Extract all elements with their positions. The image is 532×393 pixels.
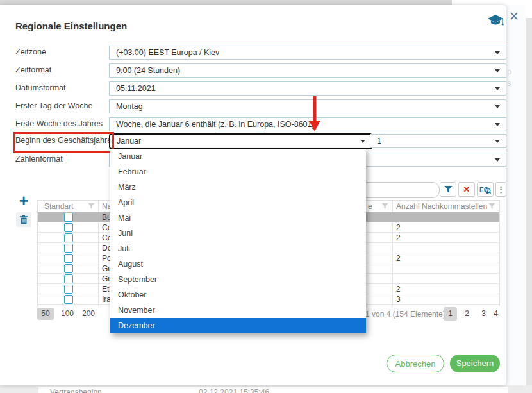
month-option[interactable]: Januar	[110, 149, 366, 164]
col-header-clipped[interactable]: e	[368, 202, 372, 211]
field-label-zeitformat: Zeitformat	[15, 65, 51, 74]
background-text-fragment: p	[507, 67, 511, 76]
row-checkbox[interactable]	[64, 254, 73, 263]
row-decimals: 2	[396, 223, 401, 232]
page-button-4[interactable]: 4	[489, 307, 503, 321]
month-option[interactable]: September	[110, 272, 366, 287]
row-decimals: 2	[396, 285, 401, 294]
row-checkbox[interactable]	[64, 274, 73, 283]
red-annotation-box	[13, 132, 114, 153]
zeitzone-value: (+03:00) EEST Europa / Kiev	[116, 48, 219, 57]
row-decimals: 2	[396, 233, 401, 242]
chevron-down-icon	[495, 51, 500, 54]
datumsformat-select[interactable]: 05.11.2021	[109, 81, 506, 96]
month-option[interactable]: Oktober	[110, 287, 366, 303]
column-filter-icon[interactable]	[488, 203, 495, 210]
apply-filter-button[interactable]	[440, 182, 456, 197]
zeitformat-select[interactable]: 9:00 (24 Stunden)	[109, 63, 506, 78]
cancel-button[interactable]: Abbrechen	[387, 355, 444, 372]
month-option[interactable]: Juni	[110, 226, 366, 241]
zeitformat-value: 9:00 (24 Stunden)	[116, 66, 180, 75]
row-decimals: 3	[396, 295, 401, 304]
row-checkbox[interactable]	[64, 244, 73, 253]
datumsformat-value: 05.11.2021	[116, 84, 156, 93]
dialog-title: Regionale Einstellungen	[15, 21, 127, 31]
month-option[interactable]: März	[110, 180, 366, 195]
filter-builder-button[interactable]: EQ	[477, 182, 494, 197]
month-option[interactable]: August	[110, 256, 366, 272]
modal-backdrop: p s	[506, 5, 526, 385]
table-menu-button[interactable]: ⋮	[495, 182, 506, 197]
filter-funnel-icon	[444, 185, 453, 194]
month-option[interactable]: Mai	[110, 210, 366, 226]
page-scrollbar[interactable]	[526, 18, 532, 393]
column-filter-icon[interactable]	[381, 203, 388, 210]
clear-filter-x-icon: ✕	[463, 185, 470, 194]
field-label-erster-tag: Erster Tag der Woche	[15, 101, 92, 110]
filter-builder-eq-icon: EQ	[479, 185, 491, 194]
fiscal-day-value: 1	[377, 137, 381, 146]
page-size-50[interactable]: 50	[37, 308, 54, 320]
chevron-down-icon	[495, 140, 500, 143]
column-filter-icon[interactable]	[88, 203, 95, 210]
row-checkbox[interactable]	[64, 233, 73, 242]
erste-woche-value: Woche, die Januar 6 enthält (z. B. in Eu…	[116, 120, 315, 129]
col-header-standart[interactable]: Standart	[44, 202, 73, 211]
plus-icon: +	[19, 192, 29, 210]
month-option[interactable]: Februar	[110, 164, 366, 180]
field-label-datumsformat: Datumsformat	[15, 83, 66, 92]
col-header-decimals[interactable]: Anzahl Nachkommastellen	[396, 202, 487, 211]
background-row-value: 02.12.2021 15:35:46	[199, 388, 269, 393]
page-button-1[interactable]: 1	[444, 307, 457, 321]
row-decimals: 2	[396, 254, 401, 263]
fiscal-month-value: Januar	[117, 137, 141, 146]
page-size-200[interactable]: 200	[79, 308, 98, 320]
delete-row-button[interactable]	[16, 212, 31, 227]
erster-tag-value: Montag	[116, 102, 143, 111]
row-checkbox[interactable]	[64, 285, 73, 294]
row-checkbox[interactable]	[64, 306, 73, 306]
background-text-fragment: s	[507, 78, 511, 88]
chevron-down-icon	[360, 140, 365, 143]
page-button-2[interactable]: 2	[460, 307, 474, 321]
field-label-zeitzone: Zeitzone	[15, 47, 46, 56]
page-size-100[interactable]: 100	[58, 308, 77, 320]
month-option[interactable]: November	[110, 303, 366, 318]
row-checkbox[interactable]	[64, 295, 73, 304]
pagination-info: 1 von 4 (154 Elemente)	[365, 310, 445, 319]
zeitzone-select[interactable]: (+03:00) EEST Europa / Kiev	[109, 46, 506, 60]
fiscal-day-select[interactable]: 1	[370, 134, 506, 148]
save-button[interactable]: Speichern	[450, 355, 500, 372]
month-option[interactable]: April	[110, 195, 366, 210]
row-checkbox[interactable]	[64, 213, 73, 222]
month-dropdown-list: Januar Februar März April Mai Juni Juli …	[110, 149, 366, 333]
chevron-down-icon	[495, 158, 500, 162]
month-option[interactable]: Juli	[110, 241, 366, 256]
background-row-label: Vertragsbeginn	[50, 388, 102, 393]
month-option-highlighted[interactable]: Dezember	[110, 318, 366, 333]
trash-icon	[20, 215, 28, 224]
red-annotation-arrow	[306, 95, 323, 133]
screen: p s Vertragsbeginn 02.12.2021 15:35:46 R…	[0, 0, 532, 393]
clear-filter-button[interactable]: ✕	[458, 182, 475, 197]
field-label-zahlenformat: Zahlenformat	[15, 155, 63, 163]
chevron-down-icon	[495, 123, 500, 126]
field-label-erste-woche: Erste Woche des Jahres	[15, 119, 103, 128]
background-table-row: Vertragsbeginn 02.12.2021 15:35:46	[38, 387, 508, 393]
chevron-down-icon	[495, 87, 500, 90]
background-page-strip	[0, 0, 452, 5]
row-checkbox[interactable]	[64, 264, 73, 273]
close-icon[interactable]: ✕	[509, 10, 519, 23]
academy-graduation-cap-icon[interactable]	[487, 13, 505, 28]
page-button-3[interactable]: 3	[477, 307, 490, 321]
chevron-down-icon	[495, 69, 500, 72]
add-row-button[interactable]: +	[15, 194, 32, 209]
fiscal-month-select[interactable]: Januar	[109, 133, 372, 149]
chevron-down-icon	[495, 105, 500, 108]
vertical-dots-icon: ⋮	[497, 185, 505, 194]
background-table-strip: Vertragsbeginn 02.12.2021 15:35:46	[0, 385, 532, 393]
row-checkbox[interactable]	[64, 223, 73, 232]
